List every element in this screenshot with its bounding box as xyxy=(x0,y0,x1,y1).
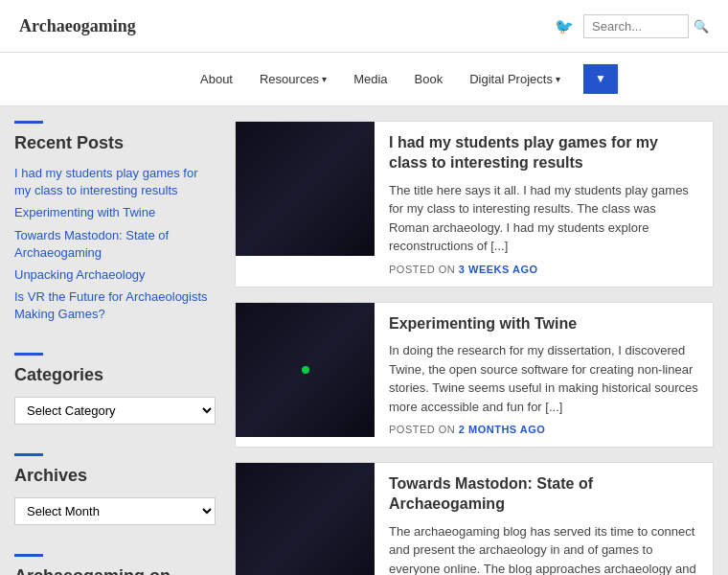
categories-select[interactable]: Select Category xyxy=(14,397,216,425)
post-thumb-image-0 xyxy=(236,122,375,256)
post-card-1: Experimenting with Twine In doing the re… xyxy=(235,302,714,448)
recent-post-link-0[interactable]: I had my students play games for my clas… xyxy=(14,165,216,199)
nav-book[interactable]: Book xyxy=(401,53,457,105)
digital-projects-arrow-icon: ▾ xyxy=(556,74,560,84)
sidebar: Recent Posts I had my students play game… xyxy=(14,121,216,575)
nav-media[interactable]: Media xyxy=(340,53,400,105)
archives-heading: Archives xyxy=(14,466,216,486)
recent-post-link-4[interactable]: Is VR the Future for Archaeologists Maki… xyxy=(14,288,216,323)
post-meta-time-1: 2 MONTHS AGO xyxy=(459,424,546,435)
archives-section: Archives Select Month xyxy=(14,453,216,525)
nav-blue-dropdown-button[interactable]: ▼ xyxy=(583,64,618,94)
recent-post-link-1[interactable]: Experimenting with Twine xyxy=(14,204,216,221)
nav-bar: About Resources ▾ Media Book Digital Pro… xyxy=(0,53,728,106)
search-input[interactable] xyxy=(583,14,689,38)
post-meta-time-0: 3 WEEKS AGO xyxy=(459,264,538,275)
nav-resources[interactable]: Resources ▾ xyxy=(246,53,340,105)
post-thumb-image-1 xyxy=(236,303,375,437)
post-body-1: Experimenting with Twine In doing the re… xyxy=(375,303,713,448)
post-card-0: I had my students play games for my clas… xyxy=(235,121,714,288)
categories-heading: Categories xyxy=(14,365,216,385)
post-excerpt-1: In doing the research for my dissertatio… xyxy=(389,341,698,416)
archives-divider xyxy=(14,453,43,456)
post-card-2: Towards Mastodon: State of Archaeogaming… xyxy=(235,462,714,575)
twitter-divider xyxy=(14,554,43,557)
post-title-0[interactable]: I had my students play games for my clas… xyxy=(389,133,698,173)
resources-arrow-icon: ▾ xyxy=(322,74,327,84)
post-thumbnail-2 xyxy=(236,463,375,575)
categories-section: Categories Select Category xyxy=(14,353,216,425)
post-body-0: I had my students play games for my clas… xyxy=(375,122,713,287)
recent-posts-heading: Recent Posts xyxy=(14,133,216,153)
twitter-heading: Archaeogaming on Twitter xyxy=(14,566,216,576)
post-thumbnail-0 xyxy=(236,122,375,256)
post-title-1[interactable]: Experimenting with Twine xyxy=(389,314,698,334)
twitter-section: Archaeogaming on Twitter 🏺 Archaeogaming… xyxy=(14,554,216,576)
post-thumbnail-1 xyxy=(236,303,375,437)
main-layout: Recent Posts I had my students play game… xyxy=(0,106,728,575)
green-dot-icon xyxy=(302,366,309,374)
search-area: 🐦 🔍 xyxy=(555,14,709,38)
post-excerpt-2: The archaeogaming blog has served its ti… xyxy=(389,522,698,575)
nav-digital-projects[interactable]: Digital Projects ▾ xyxy=(456,53,574,105)
recent-post-link-2[interactable]: Towards Mastodon: State of Archaeogaming xyxy=(14,227,216,262)
blue-button-arrow-icon: ▼ xyxy=(595,72,606,86)
post-title-2[interactable]: Towards Mastodon: State of Archaeogaming xyxy=(389,474,698,515)
archives-select[interactable]: Select Month xyxy=(14,497,216,525)
post-meta-0: POSTED ON 3 WEEKS AGO xyxy=(389,264,698,275)
nav-about[interactable]: About xyxy=(187,53,246,105)
posts-content: I had my students play games for my clas… xyxy=(235,121,714,575)
recent-posts-section: Recent Posts I had my students play game… xyxy=(14,121,216,324)
site-title: Archaeogaming xyxy=(19,16,545,36)
post-meta-1: POSTED ON 2 MONTHS AGO xyxy=(389,424,698,435)
twitter-icon: 🐦 xyxy=(555,17,574,35)
post-thumb-image-2 xyxy=(236,463,375,575)
site-header: Archaeogaming 🐦 🔍 xyxy=(0,0,728,53)
recent-posts-divider xyxy=(14,121,43,124)
categories-divider xyxy=(14,353,43,356)
search-button[interactable]: 🔍 xyxy=(694,19,709,34)
recent-post-link-3[interactable]: Unpacking Archaeology xyxy=(14,266,216,284)
post-excerpt-0: The title here says it all. I had my stu… xyxy=(389,181,698,256)
post-body-2: Towards Mastodon: State of Archaeogaming… xyxy=(375,463,713,575)
